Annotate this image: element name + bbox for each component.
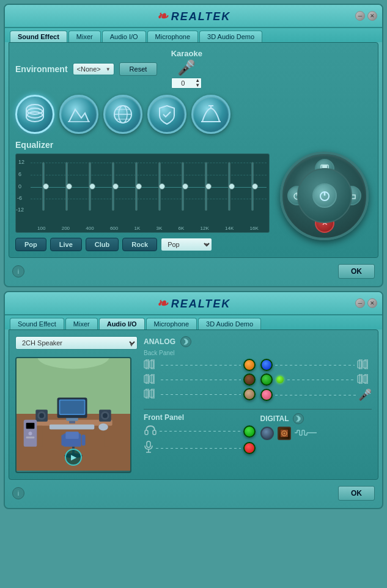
karaoke-icon: 🎤 <box>177 59 196 76</box>
eq-slider-6khz[interactable] <box>178 162 188 211</box>
svg-rect-47 <box>26 436 35 438</box>
tab2-mixer[interactable]: Mixer <box>65 318 98 329</box>
tab-3d-audio[interactable]: 3D Audio Demo <box>199 31 262 42</box>
tab2-sound-effect[interactable]: Sound Effect <box>10 318 64 329</box>
back-port-tan-row <box>144 388 256 400</box>
port-line-5 <box>287 380 355 380</box>
front-panel-title: Front Panel <box>144 413 184 422</box>
port-dot-blue[interactable] <box>260 359 273 371</box>
tab-microphone[interactable]: Microphone <box>147 31 198 42</box>
preset-select[interactable]: PopRockJazzClassic <box>161 238 212 251</box>
speaker-left: 2CH Speaker 4CH Speaker 6CH Speaker 8CH … <box>15 336 138 473</box>
realtek-logo-icon-2: ❧ <box>157 296 169 312</box>
realtek-title: REALTEK <box>171 10 231 23</box>
panel1-footer: i OK <box>5 262 382 281</box>
karaoke-down-arrow[interactable]: ▼ <box>194 83 201 88</box>
digital-optical-port[interactable] <box>260 427 274 440</box>
freq-400: 400 <box>86 226 94 231</box>
tab2-microphone[interactable]: Microphone <box>146 318 197 329</box>
preset-rock-button[interactable]: Rock <box>122 238 157 251</box>
close-button[interactable]: ✕ <box>367 11 377 21</box>
digital-title: DIGITAL <box>260 414 289 423</box>
back-speaker-icon-1 <box>144 359 158 371</box>
tab2-audio-io[interactable]: Audio I/O <box>99 318 145 329</box>
karaoke-section: Karaoke 🎤 0 ▲ ▼ <box>162 49 211 89</box>
front-mic-svg <box>144 441 153 453</box>
eq-slider-1khz[interactable] <box>131 162 141 211</box>
port-active-indicator <box>276 376 284 383</box>
eq-sliders-container <box>29 159 267 214</box>
minimize-button[interactable]: ─ <box>355 11 365 21</box>
analog-section: ANALOG Back Panel <box>144 336 372 404</box>
svg-rect-69 <box>153 430 156 435</box>
env-icon-shield[interactable] <box>147 95 186 134</box>
window-controls-2: ─ ✕ <box>355 298 377 308</box>
svg-point-32 <box>39 413 44 418</box>
front-port-green[interactable] <box>243 425 256 438</box>
back-panel-left <box>144 359 256 404</box>
digital-section: DIGITAL <box>260 413 372 458</box>
tab-sound-effect[interactable]: Sound Effect <box>10 31 67 42</box>
tab-audio-io[interactable]: Audio I/O <box>102 31 146 42</box>
realtek-logo-icon: ❧ <box>157 9 169 24</box>
env-icon-arena[interactable] <box>15 95 54 134</box>
preset-pop-button[interactable]: Pop <box>15 238 46 251</box>
svg-point-75 <box>283 433 285 435</box>
equalizer-label: Equalizer <box>15 140 270 150</box>
freq-6k: 6K <box>179 226 185 231</box>
digital-wave-icon <box>295 429 317 438</box>
ok-button-1[interactable]: OK <box>338 264 375 279</box>
eq-slider-3khz[interactable] <box>155 162 164 211</box>
eq-slider-400hz[interactable] <box>85 162 95 211</box>
panel-sound-effect: ❧ REALTEK ─ ✕ Sound Effect Mixer Audio I… <box>4 4 383 287</box>
info-button[interactable]: i <box>12 265 24 277</box>
panel2-header: ❧ REALTEK ─ ✕ <box>5 292 382 315</box>
shield-icon <box>156 103 178 125</box>
front-port-red[interactable] <box>243 442 256 454</box>
window-controls: ─ ✕ <box>355 11 377 21</box>
digital-coax-port[interactable] <box>278 427 291 440</box>
eq-slider-12khz[interactable] <box>201 162 211 211</box>
svg-rect-45 <box>26 423 35 429</box>
reset-button[interactable]: Reset <box>119 62 158 76</box>
headphone-icon <box>144 424 157 438</box>
preset-live-button[interactable]: Live <box>50 238 82 251</box>
freq-16k: 16K <box>250 226 259 231</box>
front-port-line-2 <box>156 448 241 449</box>
env-icon-globe[interactable] <box>103 95 142 134</box>
wheel-center-button[interactable] <box>312 183 337 208</box>
panel2-tabs: Sound Effect Mixer Audio I/O Microphone … <box>5 315 382 329</box>
arena-icon <box>24 103 46 125</box>
port-dot-brown[interactable] <box>243 373 256 386</box>
env-icon-opera[interactable] <box>191 95 230 134</box>
environment-select[interactable]: <None> <box>73 63 114 75</box>
tab-mixer[interactable]: Mixer <box>68 31 101 42</box>
ok-button-2[interactable]: OK <box>338 486 375 501</box>
svg-point-37 <box>98 424 108 431</box>
port-dot-orange[interactable] <box>243 359 256 371</box>
speaker-svg-4 <box>357 359 370 369</box>
port-dot-green[interactable] <box>260 373 273 386</box>
preset-club-button[interactable]: Club <box>86 238 119 251</box>
port-dot-tan[interactable] <box>243 388 256 400</box>
eq-slider-100hz[interactable] <box>39 162 48 211</box>
speaker-select[interactable]: 2CH Speaker 4CH Speaker 6CH Speaker 8CH … <box>15 336 138 350</box>
eq-graph: 12 6 0 -6 -12 <box>15 153 270 233</box>
port-dot-pink[interactable] <box>260 389 273 401</box>
front-panel-header: Front Panel <box>144 413 256 422</box>
info-button-2[interactable]: i <box>12 487 24 499</box>
eq-slider-16khz[interactable] <box>248 162 257 211</box>
preset-select-wrap: PopRockJazzClassic <box>161 238 212 251</box>
play-button[interactable]: ▶ <box>65 449 82 466</box>
eq-slider-200hz[interactable] <box>62 162 72 211</box>
speaker-svg-1 <box>144 359 157 369</box>
svg-rect-70 <box>147 441 150 447</box>
front-panel-section: Front Panel <box>144 413 256 458</box>
eq-slider-600hz[interactable] <box>108 162 118 211</box>
close-button-2[interactable]: ✕ <box>367 298 377 308</box>
eq-slider-14khz[interactable] <box>224 162 234 211</box>
freq-600: 600 <box>110 226 118 231</box>
env-icon-mountains[interactable] <box>59 95 98 134</box>
minimize-button-2[interactable]: ─ <box>355 298 365 308</box>
tab2-3d-audio[interactable]: 3D Audio Demo <box>198 318 261 329</box>
